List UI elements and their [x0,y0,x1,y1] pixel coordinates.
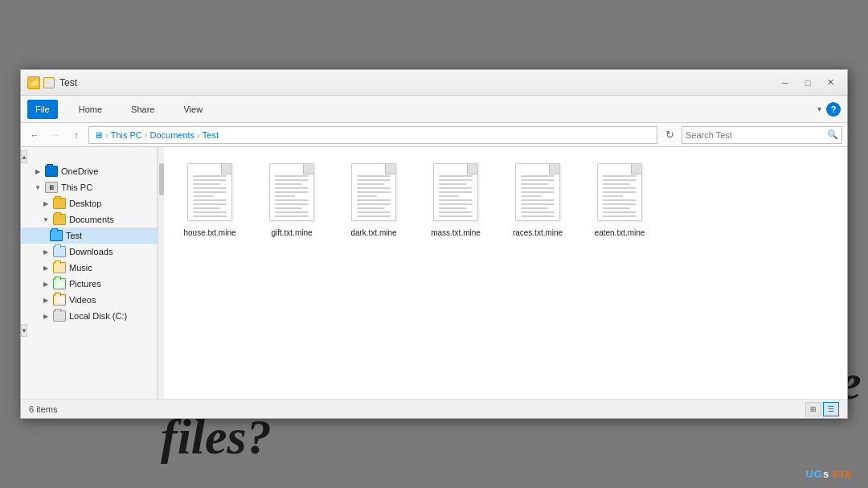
scroll-down-arrow[interactable]: ▼ [21,324,27,337]
file-lines-eaten [598,164,641,220]
sidebar-item-onedrive[interactable]: ▶ OneDrive [21,163,157,179]
title-bar: 📁 Test ─ □ ✕ [21,70,847,96]
back-button[interactable]: ← [26,126,43,144]
file-area: house.txt.mine [164,147,847,399]
scrollbar-thumb[interactable] [159,163,164,195]
ribbon-tab-share[interactable]: Share [123,100,162,119]
file-page-eaten [597,163,642,221]
file-page-house [187,163,232,221]
sidebar-label-desktop: Desktop [69,199,101,208]
file-page-mass [433,163,478,221]
disk-icon [53,310,66,322]
view-buttons: ⊞ ☰ [805,402,839,416]
sidebar-item-pictures[interactable]: ▶ Pictures [21,276,157,292]
path-icon: 🖥 [94,130,103,140]
file-icon-dark [348,160,399,224]
file-item-dark[interactable]: dark.txt.mine [338,157,410,241]
file-icon-gift [266,160,317,224]
help-icon[interactable]: ? [826,102,841,117]
ribbon-tab-home[interactable]: Home [71,100,110,119]
window-icon-folder: 📁 [27,76,40,89]
search-box[interactable]: 🔍 [682,126,842,144]
desktop-folder-icon [53,198,66,209]
path-documents[interactable]: Documents [149,130,194,140]
file-icon-eaten [594,160,645,224]
close-button[interactable]: ✕ [820,75,841,91]
scroll-up-arrow[interactable]: ▲ [21,150,27,163]
file-lines-house [188,164,231,220]
sidebar-item-videos[interactable]: ▶ Videos [21,292,157,308]
sidebar-item-downloads[interactable]: ▶ Downloads [21,244,157,260]
downloads-folder-icon [53,246,66,257]
sidebar-item-thispc[interactable]: ▼ 🖥 This PC [21,179,157,195]
watermark: UGs FIX [805,468,852,480]
search-input[interactable] [686,130,827,140]
ribbon: File Home Share View ▾ ? [21,96,847,123]
sidebar-item-documents[interactable]: ▼ Documents [21,211,157,228]
file-item-mass[interactable]: mass.txt.mine [420,157,492,241]
file-lines-gift [270,164,313,220]
ribbon-tab-file[interactable]: File [27,100,58,119]
file-icon-races [512,160,563,224]
sidebar-item-desktop[interactable]: ▶ Desktop [21,195,157,211]
sidebar-label-music: Music [69,263,92,273]
file-name-dark: dark.txt.mine [350,228,396,238]
ribbon-expand-arrow: ▾ [817,105,821,113]
forward-button[interactable]: → [47,126,64,144]
documents-folder-icon [53,214,66,225]
onedrive-icon [45,166,58,177]
file-lines-mass [434,164,477,220]
file-name-eaten: eaten.txt.mine [595,228,645,238]
expand-arrow-documents: ▼ [42,215,50,223]
ribbon-tab-view[interactable]: View [175,100,211,119]
sidebar: ▲ ▶ OneDrive ▼ 🖥 This PC ▶ Desktop ▼ [21,147,158,399]
file-page-dark [351,163,396,221]
expand-arrow-desktop: ▶ [42,199,50,207]
status-bar: 6 items ⊞ ☰ [21,399,847,418]
title-bar-title: Test [59,77,775,88]
pictures-folder-icon [53,278,66,289]
refresh-button[interactable]: ↻ [661,126,678,144]
status-text: 6 items [29,404,805,414]
watermark-prefix: UG [805,468,823,480]
path-thispc[interactable]: This PC [111,130,142,140]
expand-arrow-pictures: ▶ [42,280,50,288]
ribbon-expand[interactable]: ▾ ? [817,102,841,117]
window-icon-small [43,77,55,88]
file-item-gift[interactable]: gift.txt.mine [256,157,328,241]
expand-arrow-onedrive: ▶ [34,167,42,175]
sidebar-label-downloads: Downloads [69,247,113,256]
test-folder-icon [50,230,63,241]
view-btn-grid[interactable]: ⊞ [805,402,821,416]
maximize-button[interactable]: □ [797,75,818,91]
file-page-races [515,163,560,221]
sidebar-item-music[interactable]: ▶ Music [21,260,157,276]
pc-icon: 🖥 [45,182,58,193]
address-path[interactable]: 🖥 › This PC › Documents › Test [88,126,657,144]
view-btn-list[interactable]: ☰ [823,402,839,416]
expand-arrow-localdisk: ▶ [42,312,50,320]
sidebar-label-pictures: Pictures [69,279,101,289]
videos-folder-icon [53,294,66,306]
sidebar-item-localdisk[interactable]: ▶ Local Disk (C:) [21,308,157,324]
file-lines-races [516,164,559,220]
sidebar-item-test[interactable]: Test [21,228,157,244]
address-bar: ← → ↑ 🖥 › This PC › Documents › Test ↻ 🔍 [21,123,847,147]
music-folder-icon [53,262,66,273]
file-item-races[interactable]: races.txt.mine [502,157,574,241]
watermark-suffix: FIX [833,468,852,480]
search-icon: 🔍 [827,129,838,140]
file-name-gift: gift.txt.mine [271,228,312,238]
file-item-house[interactable]: house.txt.mine [174,157,246,241]
file-item-eaten[interactable]: eaten.txt.mine [583,157,656,241]
watermark-middle: s [823,468,829,480]
files-grid: house.txt.mine [174,157,837,241]
up-button[interactable]: ↑ [68,126,85,144]
sidebar-scrollbar[interactable] [158,147,164,399]
file-page-gift [269,163,314,221]
expand-arrow-videos: ▶ [42,296,50,304]
minimize-button[interactable]: ─ [775,75,796,91]
title-bar-controls: ─ □ ✕ [775,75,841,91]
path-test[interactable]: Test [203,130,219,140]
sidebar-label-localdisk: Local Disk (C:) [69,311,127,321]
